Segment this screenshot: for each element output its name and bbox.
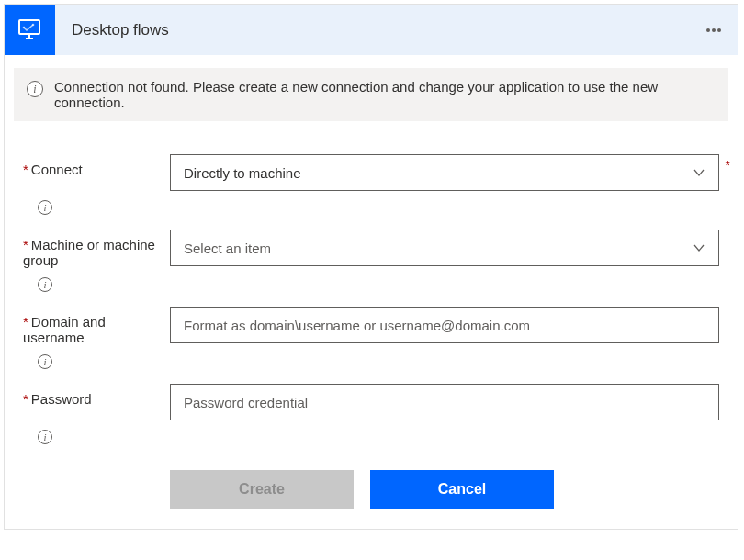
create-button[interactable]: Create — [170, 470, 354, 509]
chevron-down-icon — [693, 241, 705, 254]
connect-help-icon[interactable]: i — [38, 200, 52, 215]
connection-alert: i Connection not found. Please create a … — [14, 68, 728, 121]
svg-point-4 — [31, 23, 34, 26]
password-label: *Password — [23, 384, 170, 407]
panel-title: Desktop flows — [55, 21, 169, 39]
machine-placeholder: Select an item — [184, 241, 271, 256]
chevron-down-icon — [693, 166, 705, 179]
panel-header: Desktop flows — [5, 5, 738, 55]
connect-label: *Connect — [23, 154, 170, 177]
cancel-button[interactable]: Cancel — [370, 470, 554, 509]
desktop-flow-icon — [5, 5, 55, 55]
ellipsis-icon — [706, 28, 710, 32]
machine-help-icon[interactable]: i — [38, 277, 52, 292]
alert-message: Connection not found. Please create a ne… — [54, 79, 716, 110]
info-icon: i — [27, 81, 43, 97]
domain-help-icon[interactable]: i — [38, 354, 52, 369]
connect-select[interactable]: Directly to machine — [170, 154, 719, 191]
machine-label: *Machine or machine group — [23, 230, 170, 268]
password-help-icon[interactable]: i — [38, 430, 52, 444]
connection-form: *Connect Directly to machine * i *Machin… — [5, 130, 738, 529]
domain-username-input[interactable] — [170, 307, 719, 343]
required-marker: * — [726, 158, 730, 173]
svg-point-3 — [22, 26, 25, 28]
more-actions-button[interactable] — [706, 28, 721, 32]
desktop-flows-panel: Desktop flows i Connection not found. Pl… — [4, 4, 738, 530]
connect-value: Directly to machine — [184, 165, 301, 181]
domain-label: *Domain and username — [23, 307, 170, 345]
machine-select[interactable]: Select an item — [170, 230, 719, 266]
password-input[interactable] — [170, 384, 719, 420]
